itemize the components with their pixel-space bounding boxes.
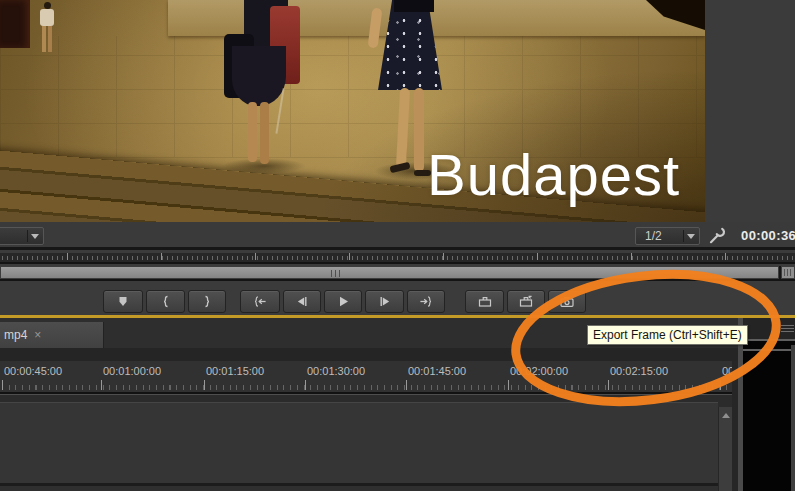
ruler-label: 00:02:15:00 (610, 365, 668, 377)
lift-button[interactable] (465, 290, 504, 313)
ruler-major-tick (305, 380, 306, 390)
play-icon (335, 295, 351, 308)
step-forward-button[interactable] (365, 290, 404, 313)
ruler-label: 00:00:45:00 (4, 365, 62, 377)
scrollbar-thumb[interactable] (0, 266, 779, 279)
settings-wrench-icon[interactable] (708, 226, 727, 245)
go-to-out-button[interactable] (407, 290, 445, 313)
right-panel-border (791, 345, 795, 491)
timeline-vertical-scrollbar[interactable] (718, 407, 732, 491)
video-overlay-title: Budapest (427, 141, 680, 208)
add-marker-button[interactable] (103, 290, 143, 313)
ruler-major-tick (608, 380, 609, 390)
play-button[interactable] (324, 290, 362, 313)
sequence-tab[interactable]: mp4 × (0, 322, 104, 348)
ruler-major-tick (204, 380, 205, 390)
ruler-major-tick (406, 380, 407, 390)
go-to-in-button[interactable] (240, 290, 280, 313)
transport-controls (0, 279, 795, 315)
timeline-ruler[interactable]: 00:00:45:00 00:01:00:00 00:01:15:00 00:0… (0, 361, 732, 392)
mark-out-icon (199, 295, 215, 308)
scrollbar-grip-icon (331, 270, 341, 277)
dropdown-separator (683, 230, 684, 242)
scroll-up-arrow-icon (722, 413, 730, 418)
timeline-panel: 00:00:45:00 00:01:00:00 00:01:15:00 00:0… (0, 348, 738, 491)
camera-icon (559, 295, 575, 308)
next-track-strip (0, 486, 718, 491)
panel-grip-dots-icon (781, 323, 794, 332)
ruler-minor-ticks (2, 385, 732, 390)
playback-resolution-value: 1/2 (645, 229, 662, 243)
chevron-down-icon (687, 234, 695, 239)
export-frame-button[interactable] (548, 290, 586, 313)
pedestrian-far-silhouette (36, 2, 60, 62)
ruler-label: 00:01:00:00 (103, 365, 161, 377)
ruler-label: 00:02:00:00 (510, 365, 568, 377)
ruler-label: 00:01:45:00 (408, 365, 466, 377)
ruler-label: 00:01:15:00 (206, 365, 264, 377)
right-side-panel (743, 318, 795, 491)
ruler-major-tick (101, 380, 102, 390)
monitor-control-bar: 1/2 00:00:36 (0, 222, 795, 250)
ruler-label: 00:02:30:00 (722, 365, 732, 377)
extract-button[interactable] (507, 290, 545, 313)
mark-out-button[interactable] (188, 290, 226, 313)
mark-in-icon (158, 295, 174, 308)
right-panel-line (743, 349, 795, 351)
monitor-time-ruler[interactable] (0, 253, 795, 264)
step-back-icon (294, 295, 310, 308)
ruler-label: 00:01:30:00 (307, 365, 365, 377)
ruler-major-tick (508, 380, 509, 390)
go-to-out-icon (418, 295, 434, 308)
ruler-major-ticks (67, 253, 795, 260)
step-forward-icon (377, 295, 393, 308)
tab-close-icon[interactable]: × (34, 328, 41, 342)
timeline-separator-highlight (0, 394, 732, 395)
timeline-header-strip (0, 348, 738, 361)
lift-icon (477, 295, 493, 308)
pedestrian-left-silhouette (222, 0, 306, 178)
sequence-tab-label: mp4 (4, 328, 27, 342)
video-preview: Budapest (0, 0, 705, 222)
monitor-horizontal-scrollbar[interactable] (0, 266, 795, 279)
doorway-silhouette (0, 0, 30, 48)
grip-dots-icon (784, 269, 792, 276)
right-panel-strip (743, 341, 795, 349)
playback-resolution-dropdown[interactable]: 1/2 (635, 227, 700, 245)
mark-in-button[interactable] (146, 290, 185, 313)
chevron-down-icon (31, 234, 39, 239)
ruler-major-tick (720, 380, 721, 390)
application-window: Budapest 1/2 00:00:36 (0, 0, 795, 491)
current-timecode[interactable]: 00:00:36 (741, 228, 795, 243)
extract-icon (518, 295, 534, 308)
step-back-button[interactable] (283, 290, 321, 313)
timeline-track-area[interactable] (0, 402, 718, 483)
scrollbar-end-cap[interactable] (781, 266, 795, 279)
dropdown-separator (27, 230, 28, 242)
ruler-major-tick (2, 380, 3, 390)
add-marker-icon (115, 295, 131, 308)
go-to-in-icon (252, 295, 268, 308)
zoom-level-dropdown[interactable] (0, 227, 44, 245)
export-frame-tooltip: Export Frame (Ctrl+Shift+E) (587, 325, 748, 345)
